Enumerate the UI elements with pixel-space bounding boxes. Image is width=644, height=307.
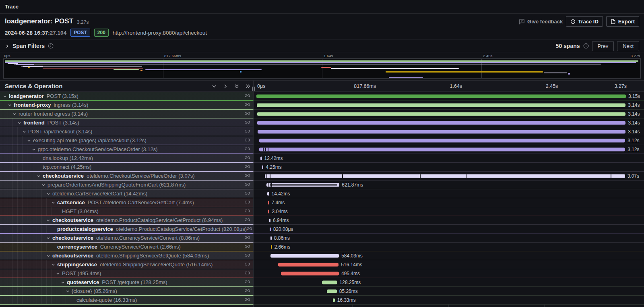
span-link-icon[interactable] [245, 279, 250, 286]
span-name-cell[interactable]: executing api route (pages) /api/checkou… [0, 136, 254, 145]
collapse-one-icon[interactable] [211, 83, 217, 89]
span-name-cell[interactable]: checkoutserviceoteldemo.ProductCatalogSe… [0, 216, 254, 225]
chevron-down-icon[interactable] [36, 174, 41, 178]
span-link-icon[interactable] [245, 146, 250, 153]
span-duration-bar[interactable] [269, 218, 270, 222]
span-name-cell[interactable]: shippingserviceoteldemo.ShippingService/… [0, 260, 254, 269]
span-duration-bar[interactable] [257, 121, 625, 124]
span-name-cell[interactable]: POST (495.4ms) [0, 269, 254, 278]
span-filters-toggle[interactable]: Span Filters [5, 43, 54, 49]
span-name-cell[interactable]: checkoutserviceoteldemo.CheckoutService/… [0, 172, 254, 180]
span-name-cell[interactable]: currencyserviceCurrencyService/Convert (… [0, 243, 254, 251]
span-duration-bar[interactable] [265, 174, 625, 178]
chevron-down-icon[interactable] [22, 129, 27, 134]
span-duration-bar[interactable] [262, 165, 263, 169]
span-duration-bar[interactable] [270, 236, 272, 240]
span-link-icon[interactable] [245, 182, 250, 188]
span-name-cell[interactable]: router frontend egress (3.14s) [0, 110, 254, 118]
span-name-cell[interactable]: dns.lookup (12.42ms) [0, 154, 254, 163]
span-link-icon[interactable] [245, 111, 250, 117]
span-name-cell[interactable]: checkoutserviceoteldemo.CurrencyService/… [0, 234, 254, 243]
prev-button[interactable]: Prev [592, 41, 614, 51]
span-duration-bar[interactable] [259, 139, 625, 142]
span-name-cell[interactable]: loadgeneratorPOST (3.15s) [0, 92, 254, 101]
span-duration-bar[interactable] [268, 201, 269, 204]
span-link-icon[interactable] [245, 93, 250, 100]
span-duration-bar[interactable] [268, 210, 269, 213]
span-name-cell[interactable]: POST /api/checkout (3.14s) [0, 127, 254, 136]
span-link-icon[interactable] [245, 137, 250, 144]
span-link-icon[interactable] [245, 120, 250, 126]
span-name-cell[interactable]: cartservicePOST /oteldemo.CartService/Ge… [0, 198, 254, 207]
span-link-icon[interactable] [245, 102, 250, 108]
chevron-down-icon[interactable] [56, 271, 60, 276]
span-duration-bar[interactable] [270, 254, 339, 257]
span-duration-bar[interactable] [327, 289, 337, 293]
expand-all-icon[interactable] [245, 83, 251, 89]
span-link-icon[interactable] [245, 244, 250, 250]
span-link-icon[interactable] [245, 288, 250, 295]
span-name-cell[interactable]: grpc.oteldemo.CheckoutService/PlaceOrder… [0, 145, 254, 154]
span-duration-bar[interactable] [333, 298, 335, 302]
chevron-down-icon[interactable] [46, 253, 51, 258]
span-link-icon[interactable] [247, 226, 252, 232]
give-feedback-button[interactable]: Give feedback [519, 19, 563, 25]
span-name-cell[interactable]: calculate-quote (16.33ms) [0, 296, 254, 305]
span-duration-bar[interactable] [259, 147, 625, 151]
span-duration-bar[interactable] [278, 263, 339, 266]
minimap-chart[interactable] [3, 58, 641, 79]
span-duration-bar[interactable] [266, 183, 339, 187]
span-name-cell[interactable]: frontendPOST (3.14s) [0, 118, 254, 127]
chevron-down-icon[interactable] [46, 236, 51, 241]
span-duration-bar[interactable] [281, 272, 339, 275]
span-link-icon[interactable] [245, 297, 250, 303]
span-link-icon[interactable] [245, 270, 250, 277]
chevron-down-icon[interactable] [51, 200, 56, 205]
chevron-down-icon[interactable] [7, 103, 12, 108]
span-name-cell[interactable]: tcp.connect (4.25ms) [0, 163, 254, 172]
export-button[interactable]: Export [606, 16, 639, 27]
next-button[interactable]: Next [617, 41, 639, 51]
chevron-down-icon[interactable] [2, 94, 7, 99]
span-name-cell[interactable]: checkoutserviceoteldemo.ShippingService/… [0, 251, 254, 260]
span-name-cell[interactable]: prepareOrderItemsAndShippingQuoteFromCar… [0, 180, 254, 189]
chevron-down-icon[interactable] [31, 147, 36, 152]
span-link-icon[interactable] [245, 253, 250, 259]
span-duration-bar[interactable] [322, 280, 337, 284]
chevron-down-icon[interactable] [17, 120, 22, 125]
span-name-cell[interactable]: HGET (3.04ms) [0, 207, 254, 216]
info-icon[interactable] [583, 43, 589, 49]
span-name-cell[interactable]: productcatalogserviceoteldemo.ProductCat… [0, 225, 254, 234]
chevron-down-icon[interactable] [65, 289, 70, 294]
span-link-icon[interactable] [245, 164, 250, 170]
span-duration-bar[interactable] [258, 130, 626, 133]
chevron-down-icon[interactable] [41, 183, 46, 187]
span-link-icon[interactable] [245, 191, 250, 197]
chevron-down-icon[interactable] [46, 191, 51, 196]
span-duration-bar[interactable] [257, 103, 625, 107]
chevron-down-icon[interactable] [60, 280, 65, 285]
span-duration-bar[interactable] [260, 156, 262, 160]
span-link-icon[interactable] [245, 261, 250, 268]
info-icon[interactable] [48, 43, 54, 49]
chevron-down-icon[interactable] [51, 262, 56, 267]
span-duration-bar[interactable] [257, 112, 625, 116]
span-link-icon[interactable] [245, 173, 250, 179]
trace-minimap[interactable]: 0μs817.66ms1.64s2.45s3.27s [0, 52, 644, 80]
span-link-icon[interactable] [245, 235, 250, 241]
chevron-down-icon[interactable] [27, 138, 31, 143]
collapse-all-icon[interactable] [234, 83, 239, 89]
span-link-icon[interactable] [245, 155, 250, 162]
span-name-cell[interactable]: oteldemo.CartService/GetCart (14.42ms) [0, 189, 254, 198]
expand-one-icon[interactable] [223, 83, 228, 89]
span-name-cell[interactable]: quoteservicePOST /getquote (128.25ms) [0, 278, 254, 287]
span-link-icon[interactable] [245, 199, 250, 206]
span-link-icon[interactable] [245, 129, 250, 135]
chevron-down-icon[interactable] [46, 218, 51, 223]
span-name-cell[interactable]: frontend-proxyingress (3.14s) [0, 101, 254, 110]
span-duration-bar[interactable] [267, 192, 269, 195]
chevron-down-icon[interactable] [12, 112, 17, 116]
span-duration-bar[interactable] [270, 227, 271, 231]
span-link-icon[interactable] [245, 208, 250, 215]
trace-id-button[interactable]: Trace ID [566, 16, 603, 27]
